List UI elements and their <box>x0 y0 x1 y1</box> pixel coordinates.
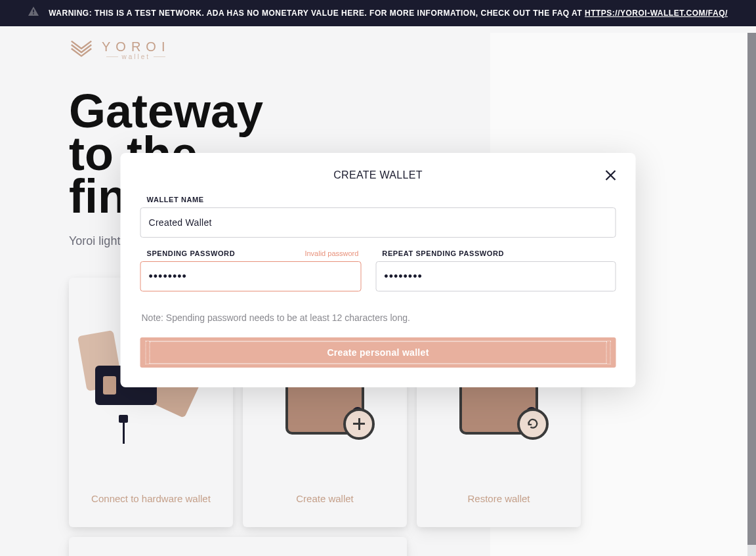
create-personal-wallet-button[interactable]: Create personal wallet <box>140 337 616 368</box>
spending-password-error: Invalid password <box>304 249 358 257</box>
warning-faq-link[interactable]: HTTPS://YOROI-WALLET.COM/FAQ/ <box>585 9 728 18</box>
warning-text: WARNING: THIS IS A TEST NETWORK. ADA HAS… <box>49 7 728 20</box>
create-wallet-modal: CREATE WALLET WALLET NAME SPENDING PASSW… <box>121 153 636 387</box>
svg-rect-0 <box>33 10 34 13</box>
logo-brand-text: YOROI <box>102 39 170 54</box>
card-label: Connect to hardware wallet <box>91 493 211 504</box>
wallet-name-input[interactable] <box>140 207 616 238</box>
testnet-warning-banner: WARNING: THIS IS A TEST NETWORK. ADA HAS… <box>0 0 756 26</box>
logo-sub-text: wallet <box>102 53 170 60</box>
wallet-name-label: WALLET NAME <box>147 196 204 203</box>
spending-password-input[interactable] <box>140 261 362 291</box>
warning-icon <box>28 7 39 20</box>
password-note: Note: Spending password needs to be at l… <box>140 312 616 323</box>
spending-password-label: SPENDING PASSWORD <box>147 249 236 257</box>
card-label: Restore wallet <box>467 493 530 504</box>
close-icon[interactable] <box>603 167 619 183</box>
repeat-password-label: REPEAT SPENDING PASSWORD <box>382 249 504 257</box>
card-extra[interactable] <box>69 537 407 556</box>
card-label: Create wallet <box>296 493 354 504</box>
modal-title: CREATE WALLET <box>140 169 616 181</box>
yoroi-logo[interactable]: YOROI wallet <box>69 36 170 64</box>
svg-rect-1 <box>33 13 34 14</box>
repeat-password-input[interactable] <box>375 261 616 291</box>
yoroi-logo-icon <box>69 36 94 64</box>
